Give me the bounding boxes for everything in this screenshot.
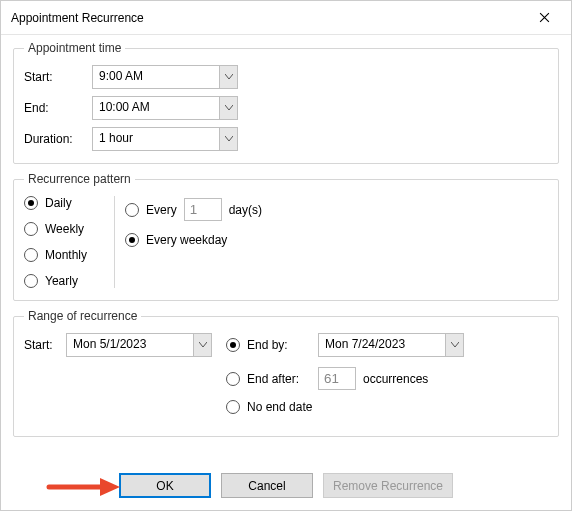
end-time-drop[interactable] (219, 97, 237, 119)
recurrence-pattern-legend: Recurrence pattern (24, 172, 135, 186)
pattern-daily-radio[interactable]: Daily (24, 196, 108, 210)
dialog-buttons: OK Cancel Remove Recurrence (1, 473, 571, 498)
cancel-button[interactable]: Cancel (221, 473, 313, 498)
recurrence-pattern-group: Recurrence pattern Daily Weekly Monthly … (13, 172, 559, 301)
end-after-count-input[interactable] (318, 367, 356, 390)
pattern-weekly-radio[interactable]: Weekly (24, 222, 108, 236)
close-icon (539, 12, 550, 23)
start-time-label: Start: (24, 70, 86, 84)
end-by-date-drop[interactable] (445, 334, 463, 356)
radio-icon (24, 222, 38, 236)
radio-icon (24, 248, 38, 262)
pattern-detail: Every day(s) Every weekday (125, 196, 262, 288)
chevron-down-icon (225, 105, 233, 111)
recurrence-range-legend: Range of recurrence (24, 309, 141, 323)
duration-combo[interactable]: 1 hour (92, 127, 238, 151)
chevron-down-icon (451, 342, 459, 348)
chevron-down-icon (199, 342, 207, 348)
radio-icon (226, 372, 240, 386)
titlebar: Appointment Recurrence (1, 1, 571, 35)
start-time-drop[interactable] (219, 66, 237, 88)
range-start-label: Start: (24, 338, 60, 352)
chevron-down-icon (225, 136, 233, 142)
radio-icon (226, 400, 240, 414)
end-time-label: End: (24, 101, 86, 115)
recurrence-dialog: Appointment Recurrence Appointment time … (0, 0, 572, 511)
pattern-divider (114, 196, 115, 288)
start-time-value[interactable]: 9:00 AM (93, 66, 219, 88)
radio-icon (24, 196, 38, 210)
ok-button[interactable]: OK (119, 473, 211, 498)
chevron-down-icon (225, 74, 233, 80)
range-start-value[interactable]: Mon 5/1/2023 (67, 334, 193, 356)
duration-value[interactable]: 1 hour (93, 128, 219, 150)
dialog-title: Appointment Recurrence (11, 11, 522, 25)
end-by-date-value[interactable]: Mon 7/24/2023 (319, 334, 445, 356)
every-weekday-radio[interactable]: Every weekday (125, 233, 262, 247)
radio-icon (24, 274, 38, 288)
end-time-combo[interactable]: 10:00 AM (92, 96, 238, 120)
pattern-yearly-radio[interactable]: Yearly (24, 274, 108, 288)
pattern-frequency-list: Daily Weekly Monthly Yearly (24, 196, 114, 288)
radio-icon (226, 338, 240, 352)
end-time-value[interactable]: 10:00 AM (93, 97, 219, 119)
every-n-days-input[interactable] (184, 198, 222, 221)
end-by-radio[interactable]: End by: Mon 7/24/2023 (226, 333, 464, 357)
pattern-monthly-radio[interactable]: Monthly (24, 248, 108, 262)
every-n-days-radio[interactable]: Every day(s) (125, 198, 262, 221)
radio-icon (125, 203, 139, 217)
no-end-date-radio[interactable]: No end date (226, 400, 464, 414)
appointment-time-legend: Appointment time (24, 41, 125, 55)
close-button[interactable] (522, 3, 567, 33)
radio-icon (125, 233, 139, 247)
remove-recurrence-button: Remove Recurrence (323, 473, 453, 498)
range-start-drop[interactable] (193, 334, 211, 356)
range-start-combo[interactable]: Mon 5/1/2023 (66, 333, 212, 357)
end-after-radio[interactable]: End after: occurrences (226, 367, 464, 390)
recurrence-range-group: Range of recurrence Start: Mon 5/1/2023 … (13, 309, 559, 437)
appointment-time-group: Appointment time Start: 9:00 AM End: 10:… (13, 41, 559, 164)
end-by-date-combo[interactable]: Mon 7/24/2023 (318, 333, 464, 357)
start-time-combo[interactable]: 9:00 AM (92, 65, 238, 89)
duration-label: Duration: (24, 132, 86, 146)
duration-drop[interactable] (219, 128, 237, 150)
dialog-content: Appointment time Start: 9:00 AM End: 10:… (1, 35, 571, 437)
